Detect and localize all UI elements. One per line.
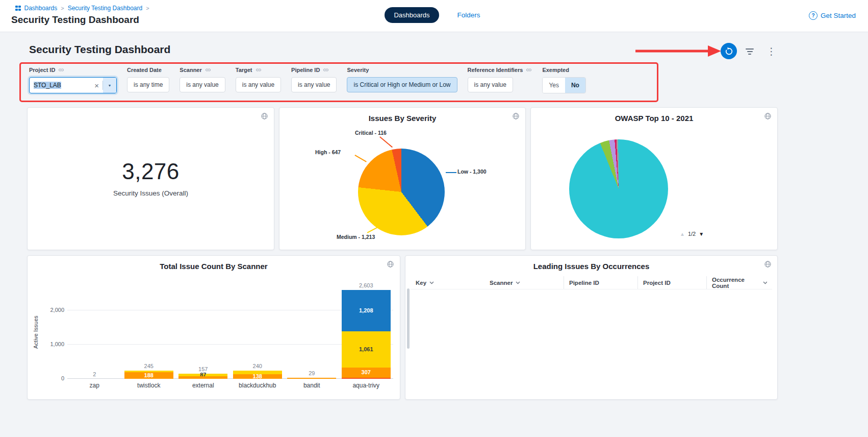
link-icon — [58, 67, 64, 73]
pie-callout-line — [380, 136, 393, 148]
severity-filter-chip[interactable]: is Critical or High or Medium or Low — [347, 77, 457, 92]
filter-scanner: Scanner is any value — [180, 66, 225, 92]
tile-total-issue-count-by-scanner: Total Issue Count By Scanner Active Issu… — [27, 255, 400, 400]
dashboard-heading: Security Testing Dashboard — [29, 43, 170, 56]
x-category-label: external — [176, 382, 231, 389]
bar-column-blackduckhub: 240138 — [231, 281, 285, 379]
target-filter-chip[interactable]: is any value — [236, 77, 281, 92]
column-label: Scanner — [490, 280, 513, 286]
filter-exempted: Exempted Yes No — [542, 66, 586, 93]
filter-label-pipeline-id: Pipeline ID — [291, 67, 320, 73]
clear-icon[interactable]: × — [91, 81, 103, 90]
pie-callout-line — [355, 155, 367, 162]
get-started-link[interactable]: ? Get Started — [809, 11, 856, 20]
y-tick-label: 0 — [61, 375, 64, 381]
pie-label-low: Low - 1,300 — [457, 168, 487, 175]
scrollbar[interactable] — [407, 288, 410, 349]
filter-label-created-date: Created Date — [127, 67, 162, 73]
y-tick-label: 2,000 — [50, 307, 64, 313]
bar-segment-orange: 138 — [233, 374, 282, 379]
pie-label-critical: Critical - 116 — [355, 130, 387, 136]
x-axis-categories: zaptwistlockexternalblackduckhubbanditaq… — [67, 382, 393, 389]
filter-label-target: Target — [236, 67, 252, 73]
filter-target: Target is any value — [236, 66, 281, 92]
bar-stack: 87 — [178, 374, 227, 379]
filter-severity: Severity is Critical or High or Medium o… — [347, 66, 457, 92]
bar-segment-label: 307 — [362, 370, 371, 375]
refresh-icon — [725, 47, 733, 56]
refresh-button[interactable] — [721, 43, 737, 59]
bar-total-label: 2,603 — [359, 282, 373, 288]
filter-label-severity: Severity — [347, 67, 369, 73]
tile-leading-issues-by-occurrences: Leading Issues By Occurrences KeyScanner… — [405, 255, 778, 400]
page-up-icon[interactable]: ▲ — [680, 231, 685, 237]
column-header-pipeline-id[interactable]: Pipeline ID — [564, 276, 637, 289]
filter-label-exempted: Exempted — [542, 67, 569, 73]
bar-plot: 224518815787240138292,6031,2081,061307 — [67, 281, 393, 379]
bar-column-external: 15787 — [176, 281, 231, 379]
y-tick-label: 1,000 — [50, 341, 64, 347]
filter-label-project-id: Project ID — [29, 67, 55, 73]
column-header-key[interactable]: Key — [411, 276, 484, 289]
help-icon: ? — [809, 11, 818, 20]
bar-stack: 188 — [124, 371, 173, 379]
column-label: Pipeline ID — [569, 280, 599, 286]
bar-stack: 138 — [233, 371, 282, 379]
project-id-value: STO_LAB — [30, 82, 91, 89]
bar-segment-label: 1,061 — [359, 347, 373, 352]
bar-segment-label: 1,208 — [359, 308, 373, 313]
filter-label-reference-identifiers: Reference Identifiers — [468, 67, 523, 73]
tile-title-total-issue-count: Total Issue Count By Scanner — [28, 262, 400, 271]
globe-icon[interactable] — [261, 112, 268, 122]
tile-security-issues-overall: 3,276 Security Issues (Overall) — [27, 107, 274, 250]
dropdown-caret-icon[interactable]: ▼ — [103, 78, 116, 93]
created-date-filter-chip[interactable]: is any time — [127, 77, 169, 92]
bar-total-label: 240 — [253, 363, 262, 369]
y-axis-ticks: 01,0002,000 — [42, 281, 64, 379]
filter-project-id: Project ID STO_LAB × ▼ — [29, 66, 117, 93]
filter-created-date: Created Date is any time — [127, 66, 169, 92]
bar-segment-orange: 307 — [342, 368, 391, 378]
exempted-toggle: Yes No — [542, 77, 586, 93]
annotation-arrow — [634, 44, 722, 58]
bar-segment-label: 138 — [253, 374, 262, 379]
tab-dashboards[interactable]: Dashboards — [385, 7, 439, 23]
bar-segment-orange — [178, 376, 227, 379]
bar-total-label: 245 — [144, 363, 154, 369]
owasp-pie — [569, 139, 668, 238]
occurrences-table-header: KeyScannerPipeline IDProject IDOccurrenc… — [411, 276, 772, 289]
get-started-label: Get Started — [821, 12, 856, 19]
exempted-no-option[interactable]: No — [565, 78, 585, 93]
reference-identifiers-filter-chip[interactable]: is any value — [468, 77, 513, 92]
bar-segment-label: 188 — [144, 373, 154, 378]
sort-chevron-icon — [429, 281, 434, 284]
more-options-button[interactable]: ⋮ — [763, 43, 779, 60]
link-icon — [256, 67, 262, 73]
bar-segment-blue: 1,208 — [342, 290, 391, 331]
tile-owasp-top-10: OWASP Top 10 - 2021 ▲ 1/2 ▼ — [530, 107, 778, 250]
filter-label-scanner: Scanner — [180, 67, 201, 73]
filter-pipeline-id: Pipeline ID is any value — [291, 66, 337, 92]
link-icon — [526, 67, 532, 73]
pie-pager: ▲ 1/2 ▼ — [680, 231, 704, 237]
pie-callout-line — [367, 226, 379, 233]
pipeline-id-filter-chip[interactable]: is any value — [291, 77, 337, 92]
sort-chevron-icon — [516, 281, 520, 284]
exempted-yes-option[interactable]: Yes — [543, 78, 565, 93]
security-issues-label: Security Issues (Overall) — [28, 189, 274, 197]
link-icon — [205, 67, 211, 73]
column-header-occurrence-count[interactable]: Occurrence Count — [706, 276, 772, 289]
project-id-select[interactable]: STO_LAB × ▼ — [29, 77, 117, 93]
column-header-project-id[interactable]: Project ID — [637, 276, 706, 289]
top-tabs: Dashboards Folders — [0, 7, 868, 23]
bar-segment-orange — [287, 378, 336, 379]
tile-issues-by-severity: Issues By Severity Critical - 116 High -… — [279, 107, 526, 250]
scanner-filter-chip[interactable]: is any value — [180, 77, 225, 92]
page-down-icon[interactable]: ▼ — [699, 231, 704, 237]
tab-folders[interactable]: Folders — [454, 11, 483, 19]
pie-label-medium: Medium - 1,213 — [337, 234, 375, 240]
filter-icon-button[interactable] — [744, 46, 756, 57]
bar-column-twistlock: 245188 — [122, 281, 176, 379]
bar-stack: 1,2081,061307 — [342, 290, 391, 379]
column-header-scanner[interactable]: Scanner — [484, 276, 564, 289]
